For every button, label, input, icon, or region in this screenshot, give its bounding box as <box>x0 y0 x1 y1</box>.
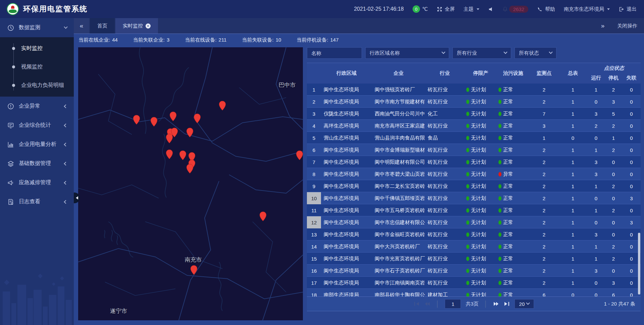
map-pin-icon[interactable] <box>166 133 173 144</box>
cell-limit-status: 无计划 <box>465 123 497 129</box>
last-page-button[interactable] <box>504 302 510 306</box>
help-button[interactable]: 帮助 <box>537 6 555 12</box>
page-number-input[interactable] <box>445 299 461 309</box>
sidebar-item[interactable]: 企业用电量分析 <box>0 135 74 154</box>
tabs-scroll-right-button[interactable]: » <box>595 22 610 30</box>
map-pin-icon[interactable] <box>169 111 177 121</box>
cell-stopped: 0 <box>605 220 622 225</box>
status-dot-icon <box>466 136 469 140</box>
sidebar-item[interactable]: 日志查看 <box>0 192 74 211</box>
chevron-left-icon <box>64 200 67 204</box>
cell-region: 阆中生态环境局 <box>321 171 372 177</box>
sidebar-item[interactable]: 企业异常 <box>0 97 74 116</box>
datetime: 2021-02-25 17:46:18 <box>354 6 404 12</box>
col-facility: 治污设施 <box>497 63 530 84</box>
cell-running: 0 <box>587 220 605 225</box>
sidebar-item[interactable]: 数据监测 <box>0 18 74 37</box>
table-row[interactable]: 2阆中生态环境局阆中市南方节能建材有砖瓦行业无计划正常21030 <box>307 96 641 108</box>
logout-button[interactable]: 退出 <box>619 6 637 12</box>
name-filter-input[interactable] <box>307 47 362 59</box>
status-filter-select[interactable]: 所有状态 <box>515 47 556 59</box>
cell-meters: 1 <box>558 183 587 189</box>
table-row[interactable]: 18南部生态环境局南部县砖华土陶有限公建材加工无计划正常60060 <box>307 289 641 296</box>
table-row[interactable]: 5营山生态环境局营山县润丰肉食品有限食品无计划正常10010 <box>307 132 641 144</box>
cell-region: 阆中生态环境局 <box>321 219 372 226</box>
table-row[interactable]: 8阆中生态环境局阆中市枣碧大梁山页岩砖瓦行业无计划异常21300 <box>307 168 641 180</box>
map-pin-icon[interactable] <box>186 164 194 174</box>
row-number: 8 <box>307 168 321 180</box>
cell-region: 阆中生态环境局 <box>321 183 372 189</box>
table-row[interactable]: 9阆中生态环境局阆中市二龙长宝页岩砖砖瓦行业无计划正常21120 <box>307 180 641 192</box>
map-pin-icon[interactable] <box>150 117 158 127</box>
table-row[interactable]: 7阆中生态环境局阆中明阳建材有限公司砖瓦行业无计划正常21300 <box>307 156 641 168</box>
tab-realtime-monitor[interactable]: 实时监控 ✕ <box>115 18 158 34</box>
cell-company: 阆中千佛镇五郎垭页岩 <box>372 195 425 202</box>
close-operations-button[interactable]: 关闭操作 <box>610 23 644 29</box>
industry-filter-select[interactable]: 所有行业 <box>452 47 511 59</box>
table-row[interactable]: 11阆中生态环境局阆中市五马桥页岩机砖砖瓦行业无计划正常21120 <box>307 204 641 216</box>
map-pin-icon[interactable] <box>194 113 201 123</box>
sidebar-item[interactable]: 应急减排管理 <box>0 173 74 192</box>
status-dot-icon <box>498 136 501 140</box>
sidebar-item-label: 应急减排管理 <box>19 179 60 186</box>
tabs-scroll-left-button[interactable]: « <box>74 18 89 34</box>
mute-button[interactable] <box>488 6 494 12</box>
row-number: 12 <box>307 216 321 228</box>
table-row[interactable]: 12阆中生态环境局阆中市忠信建材有限公砖瓦行业无计划正常21003 <box>307 216 641 228</box>
table-row[interactable]: 13阆中生态环境局阆中市金福旺页岩机砖砖瓦行业无计划正常21300 <box>307 228 641 240</box>
table-row[interactable]: 16阆中生态环境局阆中市石子页岩机砖厂砖瓦行业无计划正常21300 <box>307 265 641 277</box>
map-pin-icon[interactable] <box>133 115 140 125</box>
cell-industry: 砖瓦行业 <box>425 147 465 153</box>
first-page-button[interactable] <box>414 302 420 306</box>
region-filter-select[interactable]: 行政区域名称 <box>365 47 449 59</box>
table-row[interactable]: 3仪陇生态环境局西南油气田分公司川中化工无计划正常71350 <box>307 108 641 120</box>
map[interactable]: 巴中市南充市遂宁市 <box>78 47 303 320</box>
table-row[interactable]: 17阆中生态环境局阆中市江南镇阆南页岩砖瓦行业无计划正常21030 <box>307 277 641 289</box>
next-page-button[interactable] <box>493 302 499 306</box>
status-dot-icon <box>466 232 469 237</box>
cell-company: 阆中市忠信建材有限公 <box>372 219 425 226</box>
map-pin-icon[interactable] <box>190 265 198 275</box>
table-row[interactable]: 14阆中生态环境局阆中大兴页岩机砖厂砖瓦行业无计划正常21120 <box>307 240 641 253</box>
sidebar-subitem[interactable]: 企业电力负荷明细 <box>0 76 74 95</box>
sidebar-item[interactable]: 企业综合统计 <box>0 116 74 135</box>
cell-meters: 1 <box>558 147 587 153</box>
temperature-unit: ℃ <box>422 6 428 12</box>
map-pin-icon[interactable] <box>259 211 267 221</box>
cell-limit-status: 无计划 <box>465 219 497 226</box>
map-pin-icon[interactable] <box>166 149 173 159</box>
cell-points: 2 <box>530 256 558 262</box>
fullscreen-button[interactable]: 全屏 <box>437 6 455 12</box>
status-dot-icon <box>466 281 469 285</box>
map-pin-icon[interactable] <box>219 101 226 111</box>
cell-region: 阆中生态环境局 <box>321 195 372 202</box>
cell-region: 阆中生态环境局 <box>321 268 372 274</box>
map-pin-icon[interactable] <box>186 127 194 138</box>
table-scrollbar[interactable] <box>638 233 640 294</box>
cell-lost: 0 <box>622 123 641 129</box>
map-pin-icon[interactable] <box>296 150 303 160</box>
notifications[interactable]: 2632 <box>502 6 528 13</box>
cell-region: 高坪生态环境局 <box>321 123 372 129</box>
prev-page-button[interactable] <box>424 302 430 306</box>
org-dropdown[interactable]: 南充市生态环境局 <box>564 6 610 12</box>
cell-running: 1 <box>587 208 605 213</box>
sidebar-subitem[interactable]: 视频监控 <box>0 58 74 76</box>
theme-dropdown[interactable]: 主题 <box>464 6 479 12</box>
table-row[interactable]: 1阆中生态环境局阆中强锐页岩砖厂砖瓦行业无计划正常21120 <box>307 84 641 96</box>
page-size-select[interactable]: 20 <box>515 299 534 309</box>
table-row[interactable]: 15阆中生态环境局阆中市光富页岩机砖厂砖瓦行业无计划正常21120 <box>307 253 641 265</box>
table-row[interactable]: 10阆中生态环境局阆中千佛镇五郎垭页岩砖瓦行业无计划正常21003 <box>307 192 641 204</box>
close-tab-icon[interactable]: ✕ <box>146 23 151 29</box>
tab-home[interactable]: 首页 <box>90 18 115 34</box>
cell-region: 阆中生态环境局 <box>321 99 372 105</box>
table-row[interactable]: 6阆中生态环境局阆中市金博瑞新型墙材砖瓦行业无计划正常21120 <box>307 144 641 156</box>
table-row[interactable]: 4高坪生态环境局南充市高坪区王家店建砖瓦行业无计划正常31220 <box>307 120 641 132</box>
map-pin-icon[interactable] <box>179 150 186 160</box>
sidebar-subitem[interactable]: 实时监控 <box>0 39 74 58</box>
cell-points: 2 <box>530 208 558 213</box>
cell-lost: 0 <box>622 111 641 117</box>
cell-facility-status: 正常 <box>497 135 530 141</box>
sidebar-item[interactable]: 基础数据管理 <box>0 154 74 173</box>
col-lost: 失联 <box>622 72 641 84</box>
